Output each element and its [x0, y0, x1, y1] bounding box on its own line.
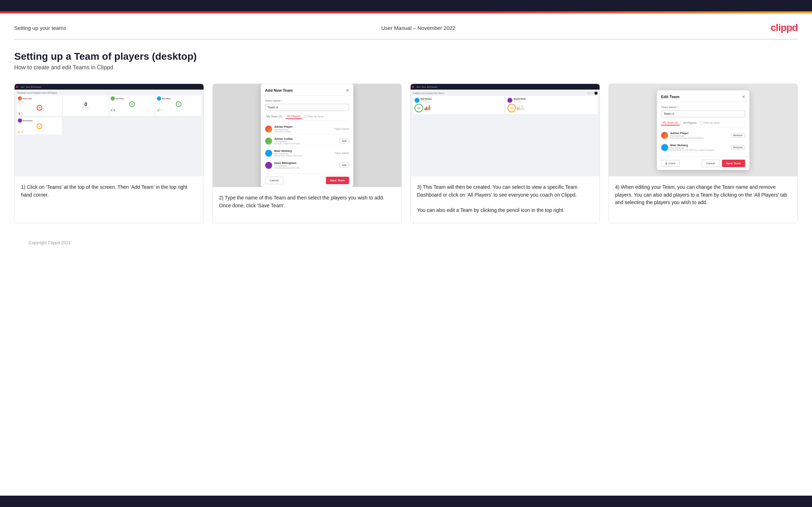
edit-save-team-button[interactable]: Save Team [722, 160, 745, 167]
player-row-4: Dave Billingham 1-5 HandicapThe Org Maya… [265, 160, 349, 170]
card-4-screenshot: Edit Team × Team Name * My Team (2) All … [609, 84, 798, 176]
player-detail-2: 1-5 HandicapCentral London Golf Centre [274, 140, 338, 145]
player-name-2: Adrian Coliba [274, 137, 338, 140]
player-avatar-1 [265, 126, 272, 133]
edit-modal-title: Edit Team [661, 95, 680, 99]
filter-by-name[interactable]: Filter by name [304, 115, 323, 118]
page-title: Setting up a Team of players (desktop) [14, 51, 798, 62]
edit-team-modal[interactable]: Edit Team × Team Name * My Team (2) All … [657, 90, 749, 170]
remove-player-button-2[interactable]: Remove [731, 145, 745, 150]
edit-player-detail-2: Plus HandicapRoyal North Devon Golf Club… [670, 147, 729, 151]
mock-logo-dot [16, 86, 18, 88]
tab-my-team[interactable]: My Team (2) [265, 114, 284, 119]
mock-nav-bar-3: Home Teams My Performance [411, 84, 600, 90]
player-list: Adrian Player Plus HandicapThe Shire Lon… [265, 124, 349, 170]
player-row-1: Adrian Player Plus HandicapThe Shire Lon… [265, 124, 349, 134]
edit-player-list: Adrian Player Plus HandicapThe Shire Lon… [661, 130, 745, 153]
player-row-3: Blair McHarg Plus HandicapRoyal North De… [265, 148, 349, 159]
edit-player-name-2: Blair McHarg [670, 144, 729, 147]
header-divider [14, 39, 798, 39]
team-name-label: Team Name * [265, 99, 349, 102]
edit-player-info-2: Blair McHarg Plus HandicapRoyal North De… [670, 144, 729, 151]
player-info-4: Dave Billingham 1-5 HandicapThe Org Maya… [274, 161, 338, 169]
clippd-logo: clippd [771, 22, 798, 33]
top-bar [0, 0, 812, 11]
card-3-para-2: You can also edit a Team by clicking the… [417, 207, 593, 214]
card-4-text: 4) When editing your Team, you can chang… [609, 176, 798, 223]
card-3-screenshot: Home Teams My Performance Tracking 2 out… [411, 84, 600, 176]
filter-edit[interactable]: Filter by name [700, 122, 719, 124]
mock-logo-dot-3 [412, 86, 414, 88]
card-2-text: 2) Type the name of this Team and then s… [213, 187, 402, 223]
edit-team-name-input[interactable] [661, 110, 745, 117]
card-2: Add New Team × Team Name * My Team (2) A… [212, 84, 402, 223]
player-avatar-4 [265, 162, 272, 169]
page-footer: Copyright Clippd 2021 [14, 238, 798, 251]
card-1-screenshot: Home Teams My Performance Tracking 6 out… [15, 84, 204, 176]
player-info-1: Adrian Player Plus HandicapThe Shire Lon… [274, 125, 332, 133]
edit-modal-footer: 🗑 Delete Cancel Save Team [657, 156, 749, 170]
card-3: Home Teams My Performance Tracking 2 out… [410, 84, 600, 223]
add-new-team-modal[interactable]: Add New Team × Team Name * My Team (2) A… [261, 84, 353, 187]
player-name-4: Dave Billingham [274, 161, 338, 165]
edit-player-name-1: Adrian Player [670, 132, 729, 135]
delete-label: Delete [669, 162, 676, 165]
card-4: Edit Team × Team Name * My Team (2) All … [608, 84, 798, 223]
page-header: Setting up your teams User Manual – Nove… [0, 14, 812, 39]
edit-player-detail-1: Plus HandicapThe Shire London, United Ki… [670, 135, 729, 139]
edit-player-info-1: Adrian Player Plus HandicapThe Shire Lon… [670, 132, 729, 139]
trash-icon: 🗑 [665, 162, 668, 165]
edit-modal-tabs: My Team (2) All Players Filter by name [661, 120, 745, 127]
edit-player-row-2: Blair McHarg Plus HandicapRoyal North De… [661, 142, 745, 153]
player-name-1: Adrian Player [274, 125, 332, 128]
remove-player-button-1[interactable]: Remove [731, 133, 745, 138]
tab-all-players[interactable]: All Players [286, 114, 302, 119]
edit-team-name-label: Team Name * [661, 106, 745, 109]
edit-modal-body: Team Name * My Team (2) All Players Filt… [657, 102, 749, 156]
cancel-button[interactable]: Cancel [265, 177, 283, 184]
add-player-button-2[interactable]: Add [339, 139, 349, 143]
player-avatar-2 [265, 138, 272, 145]
add-player-button-4[interactable]: Add [339, 163, 349, 167]
save-team-button[interactable]: Save Team [326, 177, 349, 184]
modal-footer: Cancel Save Team [261, 174, 353, 187]
tab-my-team-edit[interactable]: My Team (2) [661, 120, 680, 126]
card-2-screenshot: Add New Team × Team Name * My Team (2) A… [213, 84, 402, 187]
bottom-bar [0, 496, 812, 507]
cards-row: Home Teams My Performance Tracking 6 out… [14, 84, 798, 223]
modal-header: Add New Team × [261, 84, 353, 96]
modal-body: Team Name * My Team (2) All Players Filt… [261, 96, 353, 174]
edit-modal-close-icon[interactable]: × [742, 94, 745, 100]
card-1: Home Teams My Performance Tracking 6 out… [14, 84, 204, 223]
mock-nav-text: Home Teams My Performance [21, 86, 41, 88]
player-detail-1: Plus HandicapThe Shire London [274, 128, 332, 133]
mock-nav-bar: Home Teams My Performance [15, 84, 204, 90]
header-section-label: Setting up your teams [14, 25, 66, 31]
edit-player-row-1: Adrian Player Plus HandicapThe Shire Lon… [661, 130, 745, 141]
delete-button[interactable]: 🗑 Delete [661, 160, 680, 167]
edit-player-avatar-2 [661, 144, 668, 151]
card-1-text: 1) Click on 'Teams' at the top of the sc… [15, 176, 204, 223]
edit-player-avatar-1 [661, 132, 668, 139]
player-detail-4: 1-5 HandicapThe Org Mayang Golf Club [274, 165, 338, 169]
player-avatar-3 [265, 150, 272, 157]
player-status-3: Player Added [334, 152, 349, 154]
page-subtitle: How to create and edit Teams in Clippd [14, 64, 798, 71]
player-info-2: Adrian Coliba 1-5 HandicapCentral London… [274, 137, 338, 145]
team-name-input[interactable] [265, 104, 349, 111]
player-info-3: Blair McHarg Plus HandicapRoyal North De… [274, 149, 332, 157]
edit-modal-header: Edit Team × [657, 90, 749, 102]
copyright-text: Copyright Clippd 2021 [28, 240, 71, 245]
mock-nav-text-3: Home Teams My Performance [417, 86, 437, 88]
card-3-text: 3) This Team will then be created. You c… [411, 176, 600, 223]
player-detail-3: Plus HandicapRoyal North Devon Golf Club [274, 153, 332, 157]
player-name-3: Blair McHarg [274, 149, 332, 153]
card-3-para-1: 3) This Team will then be created. You c… [417, 183, 593, 199]
main-content: Setting up a Team of players (desktop) H… [0, 39, 812, 265]
modal-title: Add New Team [265, 88, 293, 92]
tab-all-players-edit[interactable]: All Players [682, 121, 698, 125]
player-row-2: Adrian Coliba 1-5 HandicapCentral London… [265, 136, 349, 146]
modal-close-icon[interactable]: × [346, 87, 349, 93]
edit-cancel-button[interactable]: Cancel [702, 160, 720, 167]
header-manual-label: User Manual – November 2022 [381, 25, 455, 31]
